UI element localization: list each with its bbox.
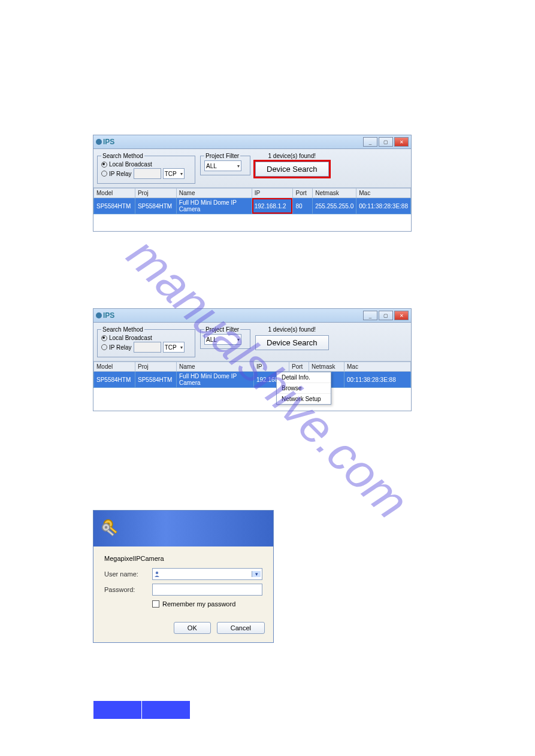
close-button[interactable]: ✕ [394, 311, 409, 320]
minimize-button[interactable]: _ [363, 311, 377, 320]
app-logo: IPS [96, 311, 114, 320]
maximize-button[interactable]: ▢ [379, 137, 393, 147]
cell-model: SP5584HTM [94, 198, 135, 214]
cred-pass-cell [142, 701, 191, 719]
radio-icon [101, 162, 107, 168]
cred-user-cell [93, 701, 142, 719]
col-proj: Proj [135, 362, 177, 372]
cell-name: Full HD Mini Dome IP Camera [176, 198, 252, 214]
cell-name: Full HD Mini Dome IP Camera [177, 372, 254, 388]
project-filter-group: Project Filter ALL ▾ [200, 153, 250, 175]
password-field[interactable] [152, 584, 262, 596]
ip-relay-radio[interactable]: IP Relay TCP ▾ [101, 342, 191, 353]
col-mac: Mac [344, 362, 411, 372]
col-mac: Mac [356, 189, 411, 198]
table-row[interactable]: SP5584HTM SP5584HTM Full HD Mini Dome IP… [94, 198, 411, 214]
menu-network-setup[interactable]: Network Setup [277, 394, 331, 404]
cell-proj: SP5584HTM [135, 372, 177, 388]
checkbox-icon [152, 600, 159, 608]
cancel-button[interactable]: Cancel [217, 622, 265, 634]
col-netmask: Netmask [313, 189, 356, 198]
menu-browse[interactable]: Browse [277, 383, 331, 394]
col-ip: IP [254, 362, 289, 372]
device-table: Model Proj Name IP Port Netmask Mac SP55… [93, 362, 411, 388]
close-button[interactable]: ✕ [394, 137, 409, 147]
cell-port: 80 [293, 198, 313, 214]
cell-mac: 00:11:38:28:3E:88 [356, 198, 411, 214]
protocol-combo[interactable]: TCP ▾ [163, 342, 185, 353]
chevron-down-icon: ▾ [252, 571, 261, 577]
cell-ip: 192.168.1.2 [252, 198, 293, 214]
ip-relay-input [134, 168, 161, 179]
found-area: 1 device(s) found! Device Search [255, 153, 329, 177]
local-broadcast-label: Local Broadcast [109, 335, 152, 341]
project-filter-legend: Project Filter [204, 326, 240, 333]
password-label: Password: [104, 586, 146, 593]
table-row[interactable]: SP5584HTM SP5584HTM Full HD Mini Dome IP… [94, 372, 411, 388]
remember-row[interactable]: Remember my password [152, 600, 262, 608]
chevron-down-icon: ▾ [180, 171, 183, 177]
titlebar: IPS _ ▢ ✕ [93, 309, 411, 323]
ip-relay-radio[interactable]: IP Relay TCP ▾ [101, 168, 191, 179]
device-search-button[interactable]: Device Search [255, 335, 329, 350]
menu-detail-info[interactable]: Detail Info. [277, 372, 331, 383]
project-filter-combo[interactable]: ALL ▾ [204, 334, 241, 345]
ok-button[interactable]: OK [174, 622, 211, 634]
login-header [93, 511, 273, 546]
found-label: 1 device(s) found! [268, 153, 316, 159]
col-name: Name [176, 189, 252, 198]
login-buttons: OK Cancel [93, 614, 273, 642]
local-broadcast-radio[interactable]: Local Broadcast [101, 335, 191, 341]
cell-proj: SP5584HTM [135, 198, 176, 214]
keys-icon [101, 517, 122, 538]
col-netmask: Netmask [309, 362, 344, 372]
col-proj: Proj [135, 189, 176, 198]
context-menu[interactable]: Detail Info. Browse Network Setup [276, 372, 331, 405]
project-filter-legend: Project Filter [204, 153, 240, 159]
col-port: Port [293, 189, 313, 198]
app-logo: IPS [96, 138, 114, 146]
username-field[interactable]: ▾ [152, 568, 262, 580]
username-row: User name: ▾ [104, 568, 262, 580]
ip-relay-label: IP Relay [109, 171, 132, 177]
local-broadcast-label: Local Broadcast [109, 161, 152, 168]
cell-model: SP5584HTM [94, 372, 135, 388]
protocol-value: TCP [165, 344, 177, 351]
col-model: Model [94, 189, 135, 198]
chevron-down-icon: ▾ [180, 345, 183, 350]
chevron-down-icon: ▾ [237, 163, 240, 169]
protocol-combo[interactable]: TCP ▾ [163, 168, 185, 179]
credentials-table [93, 700, 191, 719]
chevron-down-icon: ▾ [237, 337, 240, 342]
login-title: MegapixelIPCamera [104, 555, 262, 562]
col-name: Name [177, 362, 254, 372]
radio-icon [101, 335, 107, 341]
login-dialog: MegapixelIPCamera User name: ▾ Password:… [93, 510, 274, 643]
cell-mac: 00:11:38:28:3E:88 [344, 372, 411, 388]
login-body: MegapixelIPCamera User name: ▾ Password:… [93, 546, 273, 614]
ips-window-2: IPS _ ▢ ✕ Search Method Local Broadcast … [93, 308, 412, 411]
password-row: Password: [104, 584, 262, 596]
toolbar: Search Method Local Broadcast IP Relay T… [93, 149, 411, 188]
device-search-button[interactable]: Device Search [255, 162, 329, 177]
table-row [93, 701, 191, 719]
ips-window-1: IPS _ ▢ ✕ Search Method Local Broadcast … [93, 135, 412, 232]
titlebar: IPS _ ▢ ✕ [93, 135, 411, 149]
table-header-row: Model Proj Name IP Port Netmask Mac [94, 189, 411, 198]
radio-icon [101, 344, 107, 350]
table-header-row: Model Proj Name IP Port Netmask Mac [94, 362, 411, 372]
local-broadcast-radio[interactable]: Local Broadcast [101, 161, 191, 168]
project-filter-group: Project Filter ALL ▾ [200, 326, 250, 349]
project-filter-value: ALL [206, 163, 217, 169]
device-table: Model Proj Name IP Port Netmask Mac SP55… [93, 188, 411, 214]
found-label: 1 device(s) found! [268, 326, 316, 333]
maximize-button[interactable]: ▢ [379, 311, 393, 320]
project-filter-combo[interactable]: ALL ▾ [204, 160, 241, 171]
search-method-legend: Search Method [101, 326, 144, 333]
toolbar: Search Method Local Broadcast IP Relay T… [93, 323, 411, 362]
svg-point-4 [105, 526, 108, 529]
svg-point-6 [156, 572, 158, 574]
window-controls: _ ▢ ✕ [363, 311, 409, 320]
window-controls: _ ▢ ✕ [363, 137, 409, 147]
minimize-button[interactable]: _ [363, 137, 377, 147]
